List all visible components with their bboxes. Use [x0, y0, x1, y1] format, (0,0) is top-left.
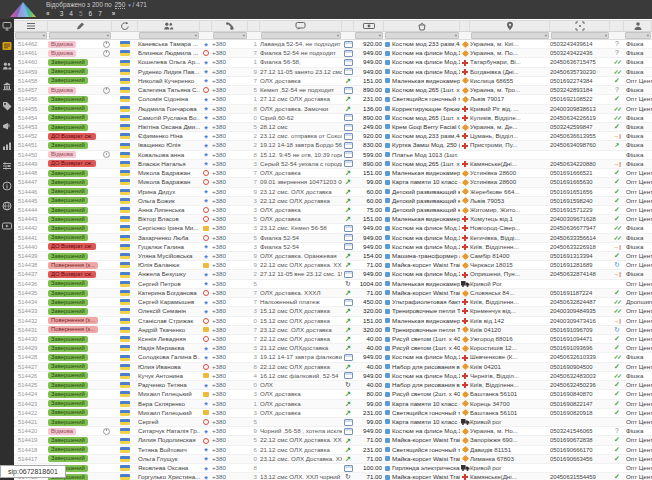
- phone[interactable]: +380: [212, 40, 248, 48]
- phone[interactable]: +380: [212, 418, 248, 426]
- tracking-number[interactable]: 0501690672838: [550, 436, 610, 444]
- table-row[interactable]: 514451ЗавершенийІващенко Юлія*+380219.12…: [14, 141, 652, 150]
- campaign-icon[interactable]: [2, 121, 12, 131]
- phone[interactable]: +380: [212, 188, 248, 196]
- last-page-button[interactable]: »: [112, 10, 116, 18]
- tracking-number[interactable]: 0501692108522: [550, 95, 610, 103]
- phone[interactable]: +380: [212, 326, 248, 334]
- filter-product[interactable]: ▾: [385, 32, 459, 39]
- tracking-number[interactable]: 20400309671628: [550, 215, 610, 223]
- filter-name[interactable]: ▾: [139, 32, 199, 39]
- basket-icon[interactable]: [384, 21, 460, 31]
- table-row[interactable]: 514425ЗавершенийРадченко Тетяна*+3800ОЛХ…: [14, 381, 652, 390]
- tracking-number[interactable]: 20450633226918: [550, 243, 610, 251]
- tracking-number[interactable]: 20450634098760: [550, 141, 610, 149]
- table-row[interactable]: 514458ЗавершенийНиколай Кучеренко*+3807О…: [14, 77, 652, 86]
- table-row[interactable]: 514430ЗавершенийКсенія Левадняя+380722.1…: [14, 335, 652, 344]
- phone[interactable]: +380: [212, 68, 248, 76]
- phone[interactable]: +380: [212, 344, 248, 352]
- tracking-number[interactable]: 0501692274384: [550, 77, 610, 85]
- table-row[interactable]: 514461ВідмоваБлизнюк Людмила ...+3807Фиа…: [14, 49, 652, 58]
- stats-icon[interactable]: [2, 141, 12, 151]
- tracking-number[interactable]: 0501690904500: [550, 363, 610, 371]
- table-row[interactable]: 514444ЗавершенийАнна Липенська+3803ОЛХ д…: [14, 206, 652, 215]
- table-row[interactable]: 514452ДО Возврат сж.Єфименко Ніна*+38022…: [14, 132, 652, 141]
- page-5-button[interactable]: 5: [79, 10, 83, 17]
- tracking-number[interactable]: 20450633356614: [550, 234, 610, 242]
- table-row[interactable]: 514418ЗавершенийТетяна Войтович*+380621.…: [14, 446, 652, 455]
- table-row[interactable]: 514446ЗавершенийИрина Дидух*+380923.12 с…: [14, 188, 652, 197]
- table-row[interactable]: 514455ЗавершенийЛюдмила Гончарова*+3808О…: [14, 105, 652, 114]
- phone[interactable]: +380: [212, 105, 248, 113]
- tracking-number[interactable]: 0501690663456: [550, 455, 610, 463]
- tracking-number[interactable]: 0501691665630: [550, 178, 610, 186]
- phone[interactable]: +380: [212, 446, 248, 454]
- tracking-number[interactable]: 20400309484935: [550, 307, 610, 315]
- company-icon[interactable]: [2, 81, 12, 91]
- table-row[interactable]: 514423ЗавершенийВера Скляренко*+3801ОЛХ …: [14, 400, 652, 409]
- tracking-scan-icon[interactable]: [550, 21, 610, 31]
- phone[interactable]: +380: [212, 123, 248, 131]
- edit-icon[interactable]: [48, 21, 112, 31]
- tracking-number[interactable]: 20450634220880: [550, 160, 610, 168]
- phone[interactable]: +380: [212, 436, 248, 444]
- phone[interactable]: +380: [212, 160, 248, 168]
- tracking-number[interactable]: 0501690822147: [550, 400, 610, 408]
- table-row[interactable]: 514431Повернення (з...Андрій Ткаченко+38…: [14, 326, 652, 335]
- tracking-number[interactable]: 0503241546065: [550, 427, 610, 435]
- phone[interactable]: +380: [212, 95, 248, 103]
- phone[interactable]: +380: [212, 197, 248, 205]
- phone[interactable]: +380: [212, 353, 248, 361]
- first-page-button[interactable]: «: [46, 10, 50, 18]
- phone[interactable]: +380: [212, 151, 248, 159]
- info-icon[interactable]: [2, 181, 12, 191]
- phone[interactable]: +380: [212, 335, 248, 343]
- tracking-number[interactable]: 0501691094471: [550, 335, 610, 343]
- phone[interactable]: +380: [212, 58, 248, 66]
- phone[interactable]: +380: [212, 49, 248, 57]
- table-row[interactable]: 514428ЗавершенийСолодкова Галина В...*+3…: [14, 353, 652, 362]
- filter-status[interactable]: ▾: [49, 32, 111, 39]
- phone[interactable]: +380: [212, 289, 248, 297]
- table-row[interactable]: 514459ЗавершенийРуденко Лидия Пав...*+38…: [14, 68, 652, 77]
- manager-icon[interactable]: [624, 21, 652, 31]
- table-row[interactable]: 514457ВідмоваСалегина Татьяна С...+3805К…: [14, 86, 652, 95]
- phone[interactable]: +380: [212, 317, 248, 325]
- phone[interactable]: +380: [212, 169, 248, 177]
- tracking-number[interactable]: 20450632610339: [550, 353, 610, 361]
- tracking-number[interactable]: 20450636613955: [550, 132, 610, 140]
- tracking-number[interactable]: [550, 464, 610, 472]
- app-logo[interactable]: [0, 0, 46, 19]
- table-row[interactable]: 514438Повернення (з...Юлія Баланюк+38092…: [14, 261, 652, 270]
- phone[interactable]: +380: [212, 132, 248, 140]
- table-row[interactable]: 514421ЗавершенийСергей+380599.00Карта па…: [14, 418, 652, 427]
- table-row[interactable]: 514462ВідмоваКаневська Тамара ...*+3801Л…: [14, 40, 652, 49]
- phone[interactable]: +380: [212, 178, 248, 186]
- tracking-number[interactable]: 20450635730230: [550, 68, 610, 76]
- table-row[interactable]: 514435ЗавершенийКатерина Богданова+3807О…: [14, 289, 652, 298]
- contacts-icon[interactable]: [138, 21, 200, 31]
- phone[interactable]: +380: [212, 473, 248, 480]
- phone[interactable]: +380: [212, 464, 248, 472]
- contacts-icon[interactable]: [2, 61, 12, 71]
- tracking-number[interactable]: 0501691281689: [550, 261, 610, 269]
- phone[interactable]: +380: [212, 455, 248, 463]
- table-row[interactable]: 514447ЗавершенийМикола Бадражан+380709.0…: [14, 178, 652, 187]
- filter-comment[interactable]: ▾: [261, 32, 341, 39]
- phone[interactable]: +380: [212, 409, 248, 417]
- page-3-button[interactable]: 3: [60, 10, 64, 17]
- monitor-icon[interactable]: [2, 21, 12, 31]
- tracking-number[interactable]: 0501691093696: [550, 344, 610, 352]
- table-row[interactable]: 514454ЗавершенийСамотій Руслана Во...*+3…: [14, 114, 652, 123]
- phone[interactable]: +380: [212, 234, 248, 242]
- tracking-number[interactable]: 0501691187224: [550, 289, 610, 297]
- refresh-icon[interactable]: [112, 21, 138, 31]
- table-row[interactable]: 514456ЗавершенийСоломія Сідоніна*+380127…: [14, 95, 652, 104]
- phone[interactable]: +380: [212, 77, 248, 85]
- tracking-number[interactable]: 20450632874148: [550, 270, 610, 278]
- tracking-number[interactable]: 0501690840870: [550, 390, 610, 398]
- tracking-number[interactable]: 20450632824487: [550, 298, 610, 306]
- list-icon[interactable]: [14, 21, 48, 31]
- table-row[interactable]: 514436ЗавершенийСергей Петров*+3805↻1004…: [14, 280, 652, 289]
- tracking-number[interactable]: 20450632450236: [550, 381, 610, 389]
